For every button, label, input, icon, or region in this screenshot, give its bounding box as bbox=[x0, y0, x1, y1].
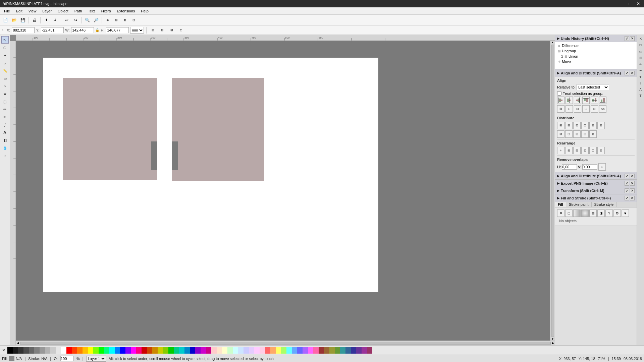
color-swatch[interactable] bbox=[13, 347, 18, 354]
export-button[interactable]: ⬇ bbox=[51, 16, 59, 24]
save-button[interactable]: 💾 bbox=[19, 16, 27, 24]
menu-filters[interactable]: Filters bbox=[98, 8, 114, 14]
color-swatch[interactable] bbox=[109, 347, 115, 354]
color-swatch[interactable] bbox=[179, 347, 184, 354]
color-swatch[interactable] bbox=[195, 347, 201, 354]
undo-item-union[interactable]: 2 ⊞ Union bbox=[556, 54, 636, 59]
strip-icon-3[interactable]: ▭ bbox=[638, 48, 644, 54]
color-swatch[interactable] bbox=[238, 347, 244, 354]
snap2-button[interactable]: ⊞ bbox=[112, 16, 120, 24]
color-swatch[interactable] bbox=[152, 347, 158, 354]
distribute-btn-4[interactable]: ⊡ bbox=[581, 122, 589, 129]
align-btn-r2c[interactable]: ⊠ bbox=[574, 105, 581, 113]
scroll-down-arrow[interactable]: ▼ bbox=[551, 338, 555, 341]
distribute-btn-6[interactable]: ⊟ bbox=[597, 122, 605, 129]
scroll-right-arrow[interactable]: ▶ bbox=[551, 342, 555, 345]
align-center-v-btn[interactable] bbox=[591, 97, 598, 104]
transform-btn4[interactable]: ⊡ bbox=[177, 26, 185, 34]
color-swatch[interactable] bbox=[303, 347, 308, 354]
strip-icon-4[interactable]: ⊞ bbox=[638, 55, 644, 61]
color-swatch[interactable] bbox=[120, 347, 125, 354]
zoom-in-button[interactable]: 🔍 bbox=[83, 16, 91, 24]
collapsed-export-float-btn[interactable]: ⤢ bbox=[625, 181, 629, 186]
canvas-area[interactable]: 100 200 250 300 350 400 450 500 550 bbox=[10, 35, 555, 345]
color-swatch[interactable] bbox=[217, 347, 222, 354]
distribute-btn-10[interactable]: ⊟ bbox=[581, 130, 589, 138]
redo-button[interactable]: ↪ bbox=[71, 16, 79, 24]
calligraphy-tool[interactable]: ∫ bbox=[1, 121, 9, 128]
color-swatch[interactable] bbox=[190, 347, 195, 354]
rearrange-btn-2[interactable]: ⊞ bbox=[565, 147, 573, 154]
color-swatch[interactable] bbox=[34, 347, 40, 354]
menu-text[interactable]: Text bbox=[85, 8, 97, 14]
align-panel-header[interactable]: ▶ Align and Distribute (Shift+Ctrl+A) ⤢ … bbox=[555, 69, 637, 77]
selector-tool[interactable]: ↖ bbox=[1, 36, 9, 44]
distribute-btn-11[interactable]: ⊠ bbox=[589, 130, 597, 138]
color-swatch[interactable] bbox=[244, 347, 249, 354]
color-swatch[interactable] bbox=[233, 347, 238, 354]
unit-select[interactable]: mm px pt cm in bbox=[130, 27, 144, 34]
vscroll-track[interactable] bbox=[551, 45, 554, 337]
color-swatch[interactable] bbox=[29, 347, 34, 354]
color-swatch[interactable] bbox=[88, 347, 93, 354]
color-swatch[interactable] bbox=[158, 347, 163, 354]
fill-none-btn[interactable]: ✕ bbox=[557, 209, 565, 217]
color-swatch[interactable] bbox=[147, 347, 152, 354]
zoom-out-button[interactable]: 🔎 bbox=[92, 16, 100, 24]
import-button[interactable]: ⬆ bbox=[42, 16, 50, 24]
color-swatch[interactable] bbox=[297, 347, 303, 354]
color-swatch[interactable] bbox=[319, 347, 324, 354]
distribute-btn-7[interactable]: ⊠ bbox=[557, 130, 565, 138]
rearrange-btn-6[interactable]: ⊞ bbox=[597, 147, 605, 154]
fill-radial-btn[interactable] bbox=[581, 209, 589, 217]
fill-unknown-btn[interactable]: ? bbox=[605, 209, 613, 217]
menu-extensions[interactable]: Extensions bbox=[114, 8, 138, 14]
color-swatch[interactable] bbox=[61, 347, 66, 354]
color-swatch[interactable] bbox=[83, 347, 88, 354]
undo-panel-float-btn[interactable]: ⤢ bbox=[625, 36, 629, 41]
scroll-up-arrow[interactable]: ▲ bbox=[551, 41, 555, 44]
strip-icon-10[interactable]: T bbox=[638, 93, 644, 99]
pencil-tool[interactable]: ✏ bbox=[1, 106, 9, 113]
opacity-input[interactable] bbox=[60, 356, 74, 361]
color-swatch[interactable] bbox=[40, 347, 45, 354]
color-swatch[interactable] bbox=[356, 347, 362, 354]
lock-icon[interactable]: 🔒 bbox=[95, 28, 99, 32]
ro-h-input[interactable] bbox=[562, 164, 577, 170]
snap1-button[interactable]: ⊕ bbox=[104, 16, 112, 24]
color-swatch[interactable] bbox=[99, 347, 104, 354]
palette-x-button[interactable]: ✕ bbox=[0, 347, 7, 354]
scroll-track[interactable] bbox=[20, 342, 551, 345]
strip-icon-5[interactable]: ✏ bbox=[638, 61, 644, 67]
snap3-button[interactable]: ⊠ bbox=[121, 16, 129, 24]
align-left-edges-btn[interactable] bbox=[557, 97, 565, 104]
distribute-btn-5[interactable]: ⊞ bbox=[589, 122, 597, 129]
snap4-button[interactable]: ⊡ bbox=[130, 16, 138, 24]
align-btn-text[interactable]: Aa bbox=[599, 105, 606, 113]
vertical-scrollbar[interactable]: ▲ ▼ bbox=[550, 41, 555, 341]
fill-settings-btn[interactable]: ⚙ bbox=[613, 209, 621, 217]
color-swatch[interactable] bbox=[7, 347, 13, 354]
color-swatch[interactable] bbox=[281, 347, 286, 354]
distribute-btn-9[interactable]: ⊞ bbox=[573, 130, 581, 138]
zoom-tool[interactable]: ⌕ bbox=[1, 59, 9, 67]
color-swatch[interactable] bbox=[163, 347, 168, 354]
menu-edit[interactable]: Edit bbox=[13, 8, 25, 14]
maximize-button[interactable]: □ bbox=[628, 1, 633, 6]
color-swatch[interactable] bbox=[50, 347, 56, 354]
treat-as-group-checkbox[interactable] bbox=[557, 91, 561, 96]
color-swatch[interactable] bbox=[18, 347, 23, 354]
fill-heart-btn[interactable]: ♥ bbox=[622, 209, 629, 217]
color-swatch[interactable] bbox=[367, 347, 372, 354]
undo-button[interactable]: ↩ bbox=[63, 16, 71, 24]
color-swatch[interactable] bbox=[313, 347, 319, 354]
align-top-edges-btn[interactable] bbox=[582, 97, 590, 104]
color-swatch[interactable] bbox=[254, 347, 260, 354]
strip-icon-9[interactable]: A bbox=[638, 86, 644, 93]
tweak-tool[interactable]: ✦ bbox=[1, 52, 9, 59]
collapsed-export-panel[interactable]: ▶ Export PNG Image (Ctrl+E) ⤢ ✕ bbox=[555, 180, 637, 187]
fill-stroke-float-btn[interactable]: ⤢ bbox=[625, 196, 629, 200]
relative-to-dropdown[interactable]: Last selected First selected Biggest obj… bbox=[577, 84, 609, 90]
strip-icon-1[interactable]: ✕ bbox=[638, 36, 644, 42]
color-swatch[interactable] bbox=[362, 347, 367, 354]
